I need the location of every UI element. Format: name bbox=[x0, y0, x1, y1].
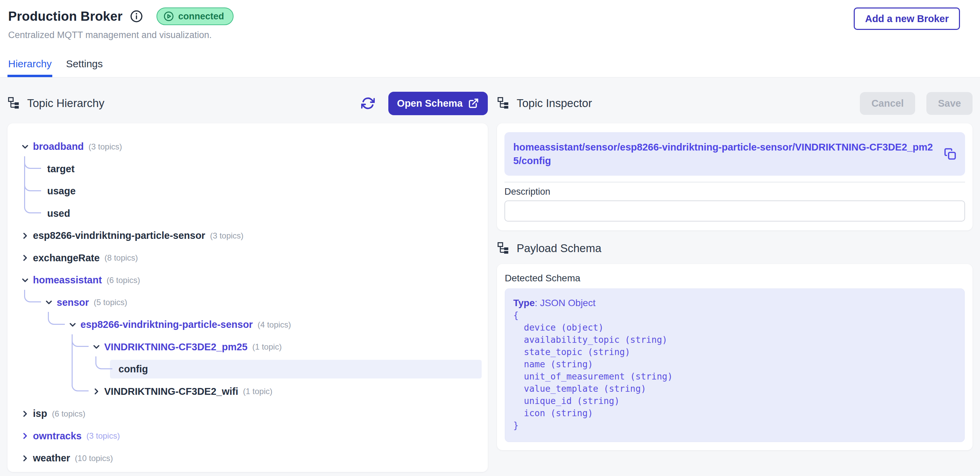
selected-row-highlight bbox=[110, 360, 482, 379]
detected-schema-box: Type: JSON Object { device (object) avai… bbox=[505, 288, 965, 442]
tree-connector-elbow bbox=[72, 380, 89, 391]
refresh-icon[interactable] bbox=[361, 96, 375, 110]
tree-connector-elbow bbox=[24, 202, 41, 213]
tree-node-count: (8 topics) bbox=[105, 253, 138, 263]
tree-node-label: weather bbox=[33, 452, 70, 464]
tree-node-label: usage bbox=[47, 185, 76, 197]
info-icon[interactable] bbox=[130, 10, 143, 23]
external-link-icon bbox=[468, 98, 479, 109]
chevron-down-icon[interactable] bbox=[92, 342, 101, 351]
tree-node-label: exchangeRate bbox=[33, 252, 100, 264]
tree-node-label: config bbox=[118, 364, 148, 375]
open-schema-button[interactable]: Open Schema bbox=[388, 92, 488, 115]
tree-row[interactable]: config bbox=[8, 358, 488, 380]
tab-settings[interactable]: Settings bbox=[65, 58, 103, 77]
tree-row[interactable]: esp8266-vindriktning-particle-sensor(3 t… bbox=[8, 225, 488, 247]
tree-row[interactable]: usage bbox=[8, 180, 488, 202]
chevron-down-icon[interactable] bbox=[21, 276, 30, 285]
topic-path-banner: homeassistant/sensor/esp8266-vindriktnin… bbox=[504, 132, 965, 176]
tree-node-label: esp8266-vindriktning-particle-sensor bbox=[80, 319, 253, 330]
play-circle-icon bbox=[163, 11, 174, 22]
page-subtitle: Centralized MQTT management and visualiz… bbox=[8, 30, 972, 40]
chevron-right-icon[interactable] bbox=[21, 454, 30, 463]
tree-node-count: (6 topics) bbox=[52, 409, 86, 418]
hierarchy-icon bbox=[497, 96, 511, 110]
cancel-button[interactable]: Cancel bbox=[860, 92, 915, 115]
tree-connector-elbow bbox=[95, 358, 112, 369]
tree-row[interactable]: sensor(5 topics) bbox=[8, 292, 488, 314]
copy-icon[interactable] bbox=[944, 148, 956, 160]
detected-schema-label: Detected Schema bbox=[505, 273, 965, 284]
tree-row[interactable]: broadband(3 topics) bbox=[8, 136, 488, 158]
tree-connector-elbow bbox=[24, 180, 41, 191]
hierarchy-panel-title: Topic Hierarchy bbox=[27, 97, 104, 110]
chevron-right-icon[interactable] bbox=[21, 431, 30, 441]
description-label: Description bbox=[504, 187, 965, 197]
tree-node-count: (3 topics) bbox=[210, 231, 244, 241]
tree-node-count: (6 topics) bbox=[107, 276, 140, 285]
tree-node-count: (1 topic) bbox=[243, 387, 272, 396]
tree-connector-elbow bbox=[24, 291, 41, 302]
tree-node-label: broadband bbox=[33, 141, 84, 152]
tree-row[interactable]: esp8266-vindriktning-particle-sensor(4 t… bbox=[8, 314, 488, 336]
tree-row[interactable]: isp(6 topics) bbox=[8, 403, 488, 425]
schema-type-label: Type bbox=[513, 298, 535, 308]
tree-connector-elbow bbox=[72, 335, 89, 347]
payload-schema-title: Payload Schema bbox=[517, 242, 601, 255]
page-title: Production Broker bbox=[8, 9, 123, 24]
schema-body: { device (object) availability_topic (st… bbox=[513, 309, 956, 431]
status-badge: connected bbox=[156, 8, 234, 25]
add-broker-button[interactable]: Add a new Broker bbox=[854, 8, 960, 30]
chevron-right-icon[interactable] bbox=[21, 409, 30, 418]
tree-node-count: (1 topic) bbox=[252, 342, 282, 351]
save-button[interactable]: Save bbox=[926, 92, 972, 115]
tree-node-count: (10 topics) bbox=[75, 454, 113, 463]
chevron-down-icon[interactable] bbox=[21, 142, 30, 152]
hierarchy-icon bbox=[8, 96, 21, 110]
tree-node-label: VINDRIKTNING-CF3DE2_pm25 bbox=[104, 342, 247, 353]
topic-tree: broadband(3 topics)targetusageusedesp826… bbox=[8, 123, 488, 472]
open-schema-label: Open Schema bbox=[397, 98, 463, 109]
schema-type-line: Type: JSON Object bbox=[513, 297, 956, 309]
tree-node-label: VINDRIKTNING-CF3DE2_wifi bbox=[104, 386, 238, 397]
tree-node-label: used bbox=[47, 208, 70, 219]
chevron-down-icon[interactable] bbox=[44, 298, 54, 307]
tree-row[interactable]: weather(10 topics) bbox=[8, 447, 488, 469]
tree-node-count: (3 topics) bbox=[89, 142, 122, 152]
chevron-right-icon[interactable] bbox=[21, 253, 30, 263]
content-area: Topic Hierarchy Open Schema broadba bbox=[0, 77, 980, 476]
status-badge-label: connected bbox=[178, 11, 224, 22]
tree-connector-elbow bbox=[24, 157, 41, 169]
tree-node-label: target bbox=[47, 163, 75, 175]
tree-row[interactable]: homeassistant(6 topics) bbox=[8, 269, 488, 291]
tree-node-count: (3 topics) bbox=[86, 431, 120, 441]
tree-connector-elbow bbox=[48, 313, 65, 325]
tree-row[interactable]: owntracks(3 topics) bbox=[8, 425, 488, 447]
divider bbox=[504, 182, 965, 182]
chevron-down-icon[interactable] bbox=[68, 320, 77, 329]
tree-node-label: owntracks bbox=[33, 430, 81, 442]
chevron-right-icon[interactable] bbox=[21, 231, 30, 241]
hierarchy-icon bbox=[497, 241, 511, 255]
description-input[interactable] bbox=[504, 200, 965, 222]
topic-inspector-card: homeassistant/sensor/esp8266-vindriktnin… bbox=[497, 123, 972, 230]
tree-node-count: (5 topics) bbox=[94, 298, 127, 307]
tab-bar: Hierarchy Settings bbox=[0, 51, 980, 77]
inspector-panel-title: Topic Inspector bbox=[517, 97, 592, 110]
tree-row[interactable]: used bbox=[8, 203, 488, 225]
tree-node-count: (4 topics) bbox=[258, 320, 291, 329]
tree-node-label: homeassistant bbox=[33, 275, 102, 286]
chevron-right-icon[interactable] bbox=[92, 387, 101, 396]
tree-row[interactable]: target bbox=[8, 158, 488, 180]
topic-path: homeassistant/sensor/esp8266-vindriktnin… bbox=[513, 140, 939, 168]
tree-row[interactable]: exchangeRate(8 topics) bbox=[8, 247, 488, 269]
tree-node-label: isp bbox=[33, 408, 47, 419]
schema-type-value: JSON Object bbox=[540, 298, 595, 308]
tree-node-label: sensor bbox=[57, 297, 89, 308]
tab-hierarchy[interactable]: Hierarchy bbox=[8, 58, 52, 77]
payload-schema-card: Detected Schema Type: JSON Object { devi… bbox=[497, 264, 972, 450]
tree-node-label: esp8266-vindriktning-particle-sensor bbox=[33, 230, 205, 241]
page-header: Production Broker connected Centralized … bbox=[0, 0, 980, 51]
